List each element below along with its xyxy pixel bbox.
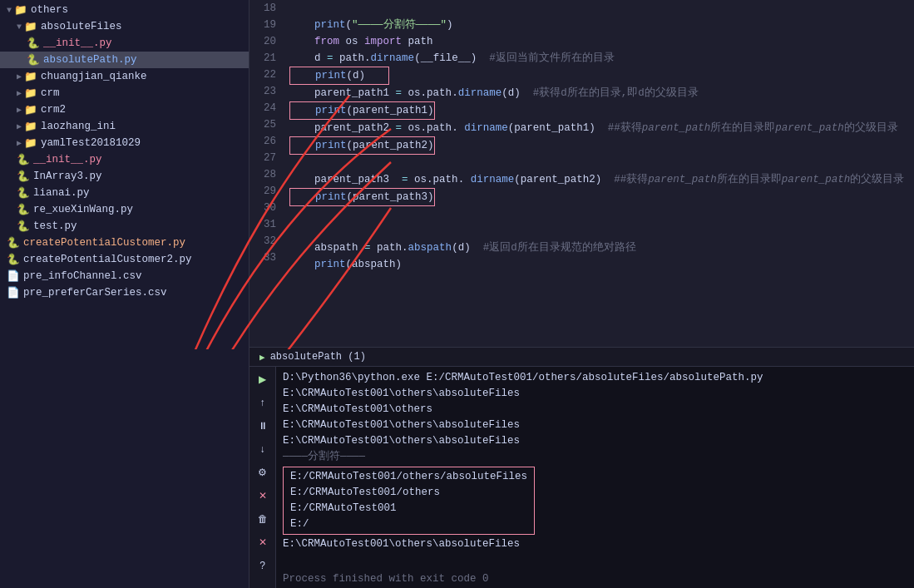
code-line-27 — [289, 155, 914, 171]
code-line-24: print(parent_path1) — [289, 101, 435, 120]
tree-item-laozhang[interactable]: 📁 laozhang_ini — [0, 118, 249, 135]
line-num-29: 29 — [256, 183, 276, 200]
file-icon-init2: 🐍 — [17, 153, 30, 166]
run-output: D:\Python36\python.exe E:/CRMAutoTest001… — [276, 367, 914, 588]
scroll-up-button[interactable]: ↑ — [254, 393, 272, 412]
main-area: 📁 others 📁 absoluteFiles 🐍 __init__.py 🐍… — [0, 0, 914, 588]
line-num-19: 19 — [256, 17, 276, 33]
file-icon-createpotential2: 🐍 — [7, 253, 20, 266]
output-blank — [283, 552, 907, 568]
tree-label-yamltest: yamlTest20181029 — [41, 137, 141, 149]
close-button[interactable]: ✕ — [254, 533, 272, 551]
line-num-21: 21 — [256, 50, 276, 67]
tree-item-inarray3[interactable]: 🐍 InArray3.py — [0, 168, 249, 185]
tree-label-lianai: lianai.py — [33, 187, 90, 199]
tree-item-lianai[interactable]: 🐍 lianai.py — [0, 185, 249, 201]
tree-label-init2-py: __init__.py — [33, 154, 102, 166]
file-icon-inarray3: 🐍 — [17, 170, 30, 183]
output-line-1: D:\Python36\python.exe E:/CRMAutoTest001… — [283, 370, 907, 386]
file-icon-preprefercarseries: 📄 — [7, 286, 20, 299]
line-num-27: 27 — [256, 150, 276, 166]
run-tab[interactable]: ▶ absolutePath (1) — [249, 348, 914, 367]
output-separator: ————分割符———— — [283, 449, 907, 465]
tree-label-crm: crm — [41, 87, 60, 99]
line-num-33: 33 — [256, 250, 276, 266]
tree-label-test: test.py — [33, 220, 77, 232]
run-icon: ▶ — [259, 352, 265, 363]
output-line-last: E:\CRMAutoTest001\others\absoluteFiles — [283, 536, 907, 552]
tree-label-preinfochannel: pre_infoChannel.csv — [23, 270, 142, 282]
code-line-20: from os import path — [289, 33, 914, 50]
help-button[interactable]: ? — [254, 556, 272, 575]
tree-label-others: others — [31, 4, 68, 16]
file-icon-test: 🐍 — [17, 220, 30, 233]
file-icon-createpotential: 🐍 — [7, 236, 20, 250]
trash-button[interactable]: 🗑 — [254, 510, 272, 528]
tree-label-init-py: __init__.py — [43, 37, 112, 49]
tree-label-laozhang: laozhang_ini — [41, 121, 116, 132]
pause-button[interactable]: ⏸ — [254, 417, 272, 435]
folder-icon-yamltest: 📁 — [24, 136, 37, 150]
line-num-20: 20 — [256, 33, 276, 50]
line-num-23: 23 — [256, 83, 276, 100]
output-boxed-2: E:/CRMAutoTest001/others — [290, 485, 527, 501]
line-num-28: 28 — [256, 166, 276, 183]
folder-icon-crm2: 📁 — [24, 103, 37, 116]
scroll-down-button[interactable]: ↓ — [254, 440, 272, 458]
stop-button[interactable]: ✕ — [254, 487, 272, 505]
line-num-18: 18 — [256, 0, 276, 17]
tree-item-rexuexinwang[interactable]: 🐍 re_xueXinWang.py — [0, 201, 249, 218]
output-boxed-4: E:/ — [290, 516, 527, 532]
output-line-4: E:\CRMAutoTest001\others\absoluteFiles — [283, 418, 907, 433]
file-tree-sidebar: 📁 others 📁 absoluteFiles 🐍 __init__.py 🐍… — [0, 0, 249, 588]
output-boxed-1: E:/CRMAutoTest001/others/absoluteFiles — [290, 469, 527, 485]
arrow-others — [7, 6, 12, 15]
code-editor: 18 19 20 21 22 23 24 25 26 27 28 29 30 3… — [249, 0, 914, 347]
output-process-finished: Process finished with exit code 0 — [283, 571, 907, 587]
line-num-26: 26 — [256, 133, 276, 150]
line-num-25: 25 — [256, 116, 276, 133]
tree-label-crm2: crm2 — [41, 104, 66, 116]
code-line-25: parent_path2 = os.path. dirname(parent_p… — [289, 120, 914, 136]
code-line-28: parent_path3 = os.path. dirname(parent_p… — [289, 171, 914, 188]
folder-icon-chuangjian: 📁 — [24, 70, 37, 83]
arrow-laozhang — [17, 121, 22, 131]
tree-item-others[interactable]: 📁 others — [0, 2, 249, 18]
tree-item-createpotential[interactable]: 🐍 createPotentialCustomer.py — [0, 235, 249, 251]
line-num-30: 30 — [256, 200, 276, 216]
code-line-19: print("————分割符————") — [289, 17, 914, 33]
tree-item-preprefercarseries[interactable]: 📄 pre_preferCarSeries.csv — [0, 284, 249, 301]
tree-label-absolutepath-py: absolutePath.py — [43, 54, 137, 66]
file-icon-rexuexinwang: 🐍 — [17, 203, 30, 216]
output-boxed-3: E:/CRMAutoTest001 — [290, 501, 527, 516]
play-button[interactable]: ▶ — [254, 370, 272, 388]
tree-item-preinfochannel[interactable]: 📄 pre_infoChannel.csv — [0, 268, 249, 284]
tree-item-crm2[interactable]: 📁 crm2 — [0, 101, 249, 118]
tree-item-absolutefiles[interactable]: 📁 absoluteFiles — [0, 18, 249, 35]
run-tab-label: absolutePath (1) — [270, 351, 366, 363]
settings-button[interactable]: ⚙ — [254, 463, 272, 482]
tree-item-absolutepath-py[interactable]: 🐍 absolutePath.py — [0, 52, 249, 68]
tree-item-test[interactable]: 🐍 test.py — [0, 218, 249, 235]
arrow-chuangjian — [17, 72, 22, 82]
arrow-crm2 — [17, 105, 22, 115]
tree-item-chuangjian[interactable]: 📁 chuangjian_qianke — [0, 68, 249, 85]
code-container: 18 19 20 21 22 23 24 25 26 27 28 29 30 3… — [249, 0, 914, 347]
code-line-26: print(parent_path2) — [289, 136, 435, 155]
file-icon-preinfochannel: 📄 — [7, 269, 20, 283]
code-line-32: abspath = path.abspath(d) #返回d所在目录规范的绝对路… — [289, 240, 914, 256]
tree-label-inarray3: InArray3.py — [33, 170, 102, 182]
code-line-22: print(d) — [289, 67, 389, 85]
folder-icon-absolutefiles: 📁 — [24, 20, 37, 33]
tree-item-init2-py[interactable]: 🐍 __init__.py — [0, 151, 249, 168]
tree-label-preprefercarseries: pre_preferCarSeries.csv — [23, 287, 167, 299]
file-icon-lianai: 🐍 — [17, 186, 30, 200]
tree-item-createpotential2[interactable]: 🐍 createPotentialCustomer2.py — [0, 251, 249, 268]
tree-label-absolutefiles: absoluteFiles — [41, 21, 122, 32]
code-line-21: d = path.dirname(__file__) #返回当前文件所在的目录 — [289, 50, 914, 67]
file-icon-init: 🐍 — [27, 37, 40, 50]
tree-item-yamltest[interactable]: 📁 yamlTest20181029 — [0, 135, 249, 151]
tree-item-init-py[interactable]: 🐍 __init__.py — [0, 35, 249, 52]
tree-item-crm[interactable]: 📁 crm — [0, 85, 249, 101]
code-lines[interactable]: print("————分割符————") from os import path… — [283, 0, 914, 347]
